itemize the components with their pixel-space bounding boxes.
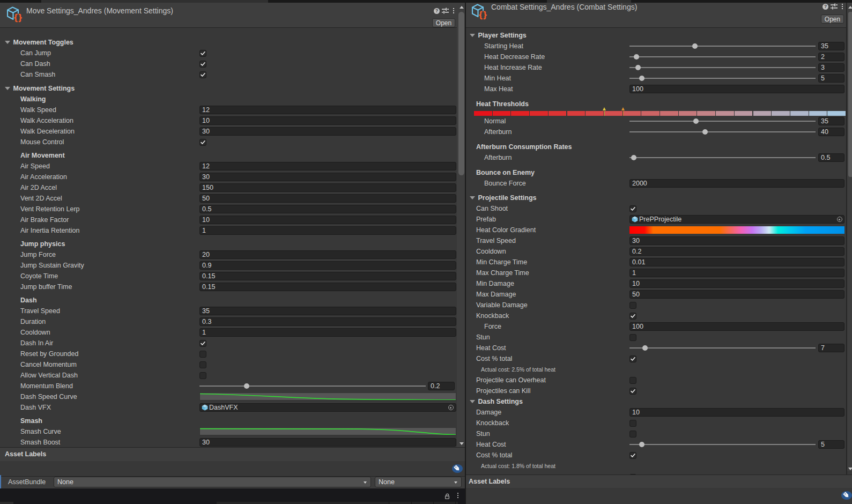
svg-text:{}: {} [14, 13, 23, 22]
svg-text:{}: {} [479, 10, 488, 19]
